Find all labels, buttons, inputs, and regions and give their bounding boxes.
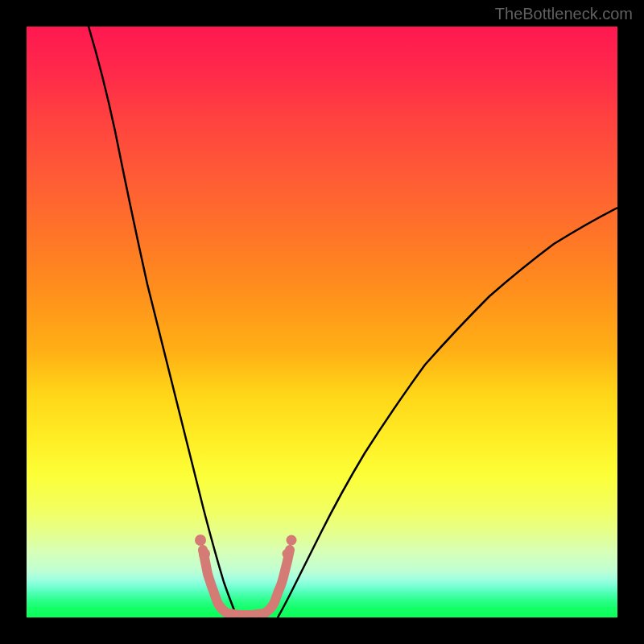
left-curve — [89, 27, 237, 617]
pink-dot-left-lower — [199, 548, 210, 559]
pink-dot-right-lower — [283, 549, 293, 559]
chart-svg — [27, 27, 617, 617]
chart-area — [27, 27, 617, 617]
pink-dot-right-upper — [287, 535, 297, 546]
right-curve — [278, 208, 617, 617]
watermark-text: TheBottleneck.com — [495, 5, 633, 23]
bottom-pink-segment — [203, 550, 290, 615]
pink-dot-left-upper — [195, 535, 206, 546]
